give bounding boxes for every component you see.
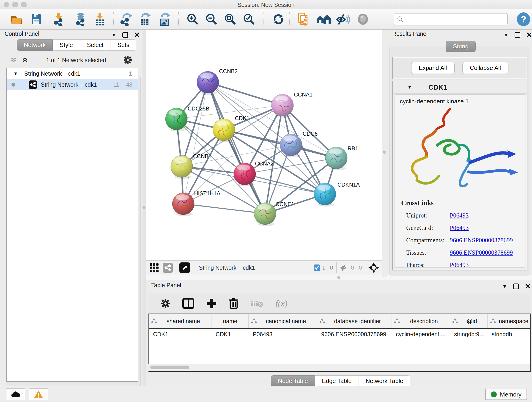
column-header-shared-name[interactable]: shared name: [149, 314, 211, 328]
expand-all-button[interactable]: Expand All: [411, 62, 455, 74]
table-cell[interactable]: cyclin-dependent ...: [392, 331, 450, 338]
float-panel-button[interactable]: [122, 32, 128, 38]
close-panel-button[interactable]: ✕: [526, 32, 532, 38]
network-graph[interactable]: CCNB2CCNA1CDC25BCDK1CDC6RB1CCNB1CCNA2CDK…: [146, 30, 382, 260]
collapse-all-networks-icon[interactable]: [21, 56, 29, 64]
warnings-button[interactable]: [29, 389, 48, 400]
table-cell[interactable]: 9606.ENSP00000378699: [317, 331, 392, 338]
export-network-button[interactable]: [119, 13, 133, 26]
network-row[interactable]: String Network – cdk1 11 48: [7, 79, 138, 90]
import-table-button[interactable]: [94, 13, 107, 26]
network-options-gear-icon[interactable]: [123, 56, 133, 65]
collection-expand-icon[interactable]: ▼: [13, 71, 18, 76]
table-options-gear-icon[interactable]: [160, 298, 171, 308]
close-panel-button[interactable]: ✕: [134, 32, 140, 38]
import-network-database-button[interactable]: [74, 13, 88, 26]
divider-handle[interactable]: [337, 276, 340, 279]
collapse-panel-button[interactable]: ▼: [111, 32, 116, 38]
birdseye-toggle-icon[interactable]: [179, 262, 190, 273]
table-cell[interactable]: CDK1: [149, 331, 211, 338]
control-panel: Control Panel ▼ ✕ Network Style Select S…: [2, 30, 143, 386]
scrollbar-thumb[interactable]: [150, 366, 189, 369]
panel-divider[interactable]: [143, 30, 146, 386]
collapse-panel-button[interactable]: ▼: [502, 283, 507, 289]
hide-glyphs-button[interactable]: [336, 13, 351, 26]
table-cell[interactable]: CDK1: [211, 331, 249, 338]
tab-node-table[interactable]: Node Table: [271, 375, 315, 387]
divider-handle[interactable]: [383, 151, 386, 153]
zoom-fit-button[interactable]: [224, 13, 237, 26]
float-panel-button[interactable]: [515, 32, 520, 38]
cloud-button[interactable]: [6, 389, 25, 400]
float-panel-button[interactable]: [513, 283, 519, 289]
gene-expand-icon[interactable]: ▼: [407, 85, 412, 90]
panel-divider[interactable]: [382, 30, 387, 277]
zoom-selected-button[interactable]: [242, 13, 256, 26]
export-image-button[interactable]: [158, 13, 172, 26]
apply-layout-button[interactable]: [272, 13, 285, 26]
table-header-row: shared namenamecanonical namedatabase id…: [149, 314, 530, 329]
export-table-button[interactable]: [138, 13, 152, 26]
tab-sets[interactable]: Sets: [110, 39, 136, 51]
string-home-button[interactable]: [317, 13, 331, 26]
crosslink-link[interactable]: P06493: [450, 224, 469, 231]
network-edge-hist1h1a-ccne1[interactable]: [183, 204, 265, 214]
zoom-in-button[interactable]: [186, 13, 199, 26]
column-header-database-identifier[interactable]: database identifier: [317, 314, 392, 328]
selected-checkbox-icon[interactable]: [313, 264, 320, 271]
annotations-button[interactable]: [297, 12, 310, 26]
crosslink-row: GeneCard: P06493: [401, 224, 525, 231]
table-horizontal-scrollbar[interactable]: [148, 364, 530, 371]
tab-network-table[interactable]: Network Table: [359, 375, 410, 387]
import-network-file-button[interactable]: [52, 13, 66, 26]
collapse-panel-button[interactable]: ▼: [504, 32, 509, 38]
tab-network[interactable]: Network: [17, 39, 53, 51]
fit-selected-crosshair-icon[interactable]: [368, 262, 379, 273]
delete-column-icon[interactable]: [229, 298, 239, 309]
tab-string[interactable]: String: [446, 41, 476, 52]
grid-view-icon[interactable]: [149, 263, 159, 273]
add-column-icon[interactable]: [206, 298, 217, 309]
table-row[interactable]: CDK1CDK1P064939606.ENSP00000378699cyclin…: [149, 329, 530, 340]
network-overview-icon[interactable]: [163, 263, 173, 273]
gene-header-row[interactable]: ▼ CDK1: [393, 81, 527, 94]
column-header-description[interactable]: description: [392, 314, 450, 328]
show-columns-icon[interactable]: [182, 298, 194, 309]
table-cell[interactable]: stringdb:9...: [450, 331, 488, 338]
column-header-name[interactable]: name: [211, 314, 249, 328]
tab-style[interactable]: Style: [53, 39, 80, 51]
column-label: namespace: [496, 318, 531, 325]
column-header-canonical-name[interactable]: canonical name: [249, 314, 317, 328]
hidden-eye-slash-icon[interactable]: [340, 264, 349, 272]
expand-all-networks-icon[interactable]: [10, 56, 17, 64]
network-edge-ccnb2-hist1h1a[interactable]: [183, 82, 208, 204]
cloud-icon: [11, 391, 21, 398]
column-header-@id[interactable]: @id: [450, 314, 488, 328]
table-cell[interactable]: P06493: [249, 331, 317, 338]
divider-handle[interactable]: [143, 206, 146, 209]
open-session-button[interactable]: [10, 13, 23, 26]
memory-button[interactable]: Memory: [485, 389, 527, 400]
table-cell[interactable]: stringdb: [488, 331, 531, 338]
table-panel-title: Table Panel: [151, 282, 181, 288]
help-button[interactable]: ?: [517, 12, 530, 26]
search-input[interactable]: [404, 16, 502, 22]
crosslink-link[interactable]: P06493: [450, 262, 469, 268]
network-canvas[interactable]: CCNB2CCNA1CDC25BCDK1CDC6RB1CCNB1CCNA2CDK…: [146, 30, 382, 260]
search-field[interactable]: [394, 13, 508, 26]
crosslink-link[interactable]: 9606.ENSP00000378699: [450, 249, 513, 256]
zoom-out-button[interactable]: [205, 13, 218, 26]
show-graphics-button[interactable]: [356, 13, 369, 26]
network-edge-ccnb2-ccna1[interactable]: [208, 82, 283, 105]
crosslink-link[interactable]: 9606.ENSP00000378699: [450, 237, 513, 244]
tab-select[interactable]: Select: [80, 39, 110, 51]
column-label: canonical name: [257, 318, 317, 325]
column-header-namespace[interactable]: namespace: [488, 314, 531, 328]
save-session-button[interactable]: [30, 13, 43, 26]
close-panel-button[interactable]: ✕: [525, 283, 531, 290]
network-type-icon: [29, 80, 37, 89]
collapse-all-button[interactable]: Collapse All: [462, 62, 509, 74]
tab-edge-table[interactable]: Edge Table: [315, 375, 359, 387]
crosslink-link[interactable]: P06493: [450, 212, 469, 219]
network-collection-row[interactable]: ▼ String Network – cdk1 1: [7, 68, 138, 79]
